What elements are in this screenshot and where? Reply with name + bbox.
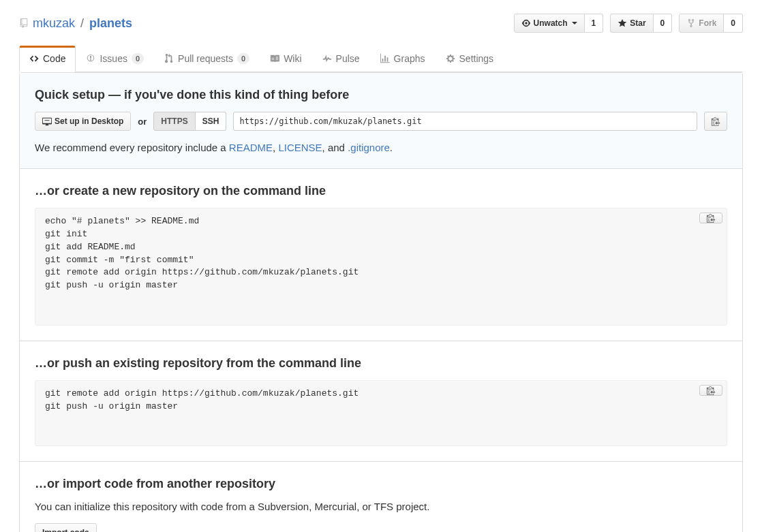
import-code-label: Import code <box>42 527 89 532</box>
license-link[interactable]: LICENSE <box>278 142 322 153</box>
star-count[interactable]: 0 <box>654 14 673 33</box>
issues-count: 0 <box>132 53 144 64</box>
tab-issues-label: Issues <box>100 53 127 64</box>
star-icon <box>618 18 627 28</box>
tab-pulls-label: Pull requests <box>178 53 233 64</box>
ssh-button[interactable]: SSH <box>196 112 227 131</box>
book-icon <box>270 54 279 63</box>
fork-button[interactable]: Fork <box>679 14 724 33</box>
recommend-text: We recommend every repository include a … <box>35 142 727 153</box>
import-desc: You can initialize this repository with … <box>35 501 727 512</box>
pull-icon <box>164 54 174 63</box>
tab-wiki[interactable]: Wiki <box>260 46 311 72</box>
create-repo-title: …or create a new repository on the comma… <box>35 184 727 198</box>
tab-pulls[interactable]: Pull requests 0 <box>154 46 260 72</box>
tab-graphs-label: Graphs <box>394 53 425 64</box>
clipboard-icon <box>706 213 716 223</box>
pulse-icon <box>322 54 332 63</box>
push-repo-title: …or push an existing repository from the… <box>35 356 727 371</box>
or-text: or <box>138 116 147 127</box>
watch-group: Unwatch 1 <box>514 14 604 33</box>
watch-count[interactable]: 1 <box>585 14 604 33</box>
push-code: git remote add origin https://github.com… <box>45 388 359 411</box>
import-title: …or import code from another repository <box>35 477 727 491</box>
tab-pulse[interactable]: Pulse <box>312 46 370 72</box>
star-button[interactable]: Star <box>610 14 653 33</box>
owner-link[interactable]: mkuzak <box>33 16 75 31</box>
setup-desktop-button[interactable]: Set up in Desktop <box>35 112 131 131</box>
create-code: echo "# planets" >> README.md git init g… <box>45 216 359 290</box>
https-button[interactable]: HTTPS <box>153 112 195 131</box>
setup-desktop-label: Set up in Desktop <box>55 115 123 127</box>
separator: / <box>80 16 84 31</box>
eye-icon <box>521 18 531 28</box>
import-code-button[interactable]: Import code <box>35 523 97 532</box>
star-label: Star <box>630 17 645 29</box>
repo-tabs: Code Issues 0 Pull requests 0 Wiki Pulse… <box>19 45 743 72</box>
tab-pulse-label: Pulse <box>336 53 360 64</box>
repo-icon <box>19 18 29 28</box>
code-icon <box>29 54 39 63</box>
fork-icon <box>686 18 696 28</box>
fork-group: Fork 0 <box>679 14 743 33</box>
tab-settings[interactable]: Settings <box>436 46 504 72</box>
fork-label: Fork <box>699 17 716 29</box>
tab-settings-label: Settings <box>459 53 494 64</box>
clone-url-input[interactable] <box>233 112 697 131</box>
unwatch-label: Unwatch <box>534 17 568 29</box>
create-code-block[interactable]: echo "# planets" >> README.md git init g… <box>35 208 727 326</box>
tab-issues[interactable]: Issues 0 <box>76 46 154 72</box>
breadcrumb: mkuzak / planets <box>19 16 132 31</box>
tab-wiki-label: Wiki <box>284 53 301 64</box>
gitignore-link[interactable]: .gitignore <box>348 142 390 153</box>
unwatch-button[interactable]: Unwatch <box>514 14 585 33</box>
copy-push-button[interactable] <box>699 385 722 396</box>
fork-count[interactable]: 0 <box>724 14 743 33</box>
graph-icon <box>380 54 390 63</box>
gear-icon <box>446 54 455 63</box>
push-code-block[interactable]: git remote add origin https://github.com… <box>35 380 727 446</box>
tab-code-label: Code <box>43 53 65 64</box>
pulls-count: 0 <box>237 53 249 64</box>
copy-create-button[interactable] <box>699 213 722 223</box>
quick-setup-title: Quick setup — if you've done this kind o… <box>35 88 727 102</box>
clipboard-icon <box>706 386 716 395</box>
desktop-icon <box>42 116 52 126</box>
chevron-down-icon <box>572 22 577 25</box>
tab-graphs[interactable]: Graphs <box>370 46 436 72</box>
readme-link[interactable]: README <box>229 142 273 153</box>
issue-icon <box>86 54 95 63</box>
tab-code[interactable]: Code <box>19 46 76 72</box>
repo-link[interactable]: planets <box>89 16 132 30</box>
star-group: Star 0 <box>610 14 672 33</box>
copy-url-button[interactable] <box>704 112 727 131</box>
clipboard-icon <box>711 116 720 126</box>
